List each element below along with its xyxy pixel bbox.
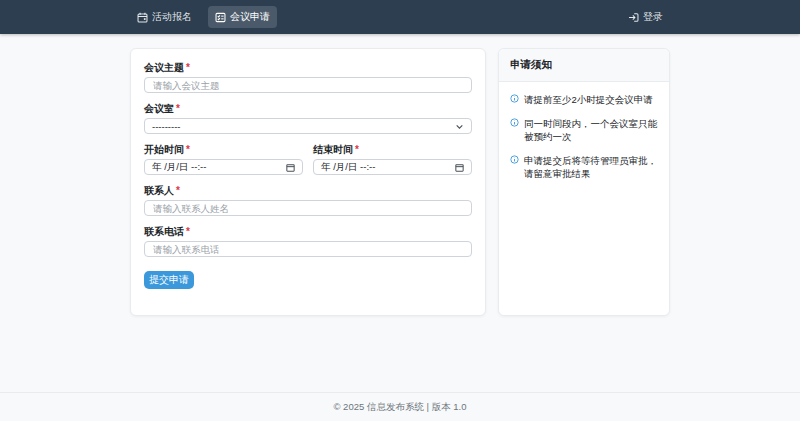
notice-item: 请提前至少2小时提交会议申请 (510, 93, 658, 106)
nav-item-label: 会议申请 (230, 10, 270, 24)
login-label: 登录 (643, 10, 663, 24)
info-circle-icon (510, 118, 519, 127)
login-arrow-icon (628, 12, 639, 23)
notice-item: 申请提交后将等待管理员审批，请留意审批结果 (510, 154, 658, 180)
end-time-label: 结束时间* (313, 144, 472, 156)
notice-item-text: 请提前至少2小时提交会议申请 (524, 93, 653, 106)
nav-left-group: 活动报名 会议申请 (130, 6, 277, 28)
required-asterisk: * (355, 144, 359, 155)
notice-title: 申请须知 (499, 49, 669, 82)
contact-phone-label: 联系电话* (144, 226, 472, 238)
application-notice-card: 申请须知 请提前至少2小时提交会议申请 (498, 48, 670, 316)
start-time-value: 年 /月/日 --:-- (152, 161, 206, 174)
page-footer: © 2025 信息发布系统 | 版本 1.0 (0, 392, 800, 421)
nav-item-meeting-request[interactable]: 会议申请 (208, 6, 277, 28)
required-asterisk: * (186, 62, 190, 73)
nav-item-label: 活动报名 (152, 10, 192, 24)
calendar-icon (455, 163, 464, 172)
contact-name-label: 联系人* (144, 185, 472, 197)
start-time-input[interactable]: 年 /月/日 --:-- (144, 159, 303, 175)
info-circle-icon (510, 155, 519, 164)
subject-input[interactable] (144, 77, 472, 93)
contact-name-input[interactable] (144, 200, 472, 216)
end-time-input[interactable]: 年 /月/日 --:-- (313, 159, 472, 175)
card-checklist-icon (215, 12, 226, 23)
notice-item-text: 同一时间段内，一个会议室只能被预约一次 (524, 117, 658, 143)
start-time-label: 开始时间* (144, 144, 303, 156)
nav-item-activity-signup[interactable]: 活动报名 (130, 6, 199, 28)
contact-phone-input[interactable] (144, 241, 472, 257)
login-link[interactable]: 登录 (621, 6, 670, 28)
top-navbar: 活动报名 会议申请 (0, 0, 800, 34)
room-label: 会议室* (144, 103, 472, 115)
required-asterisk: * (186, 144, 190, 155)
required-asterisk: * (176, 103, 180, 114)
calendar-event-icon (137, 12, 148, 23)
meeting-request-form-card: 会议主题* 会议室* --------- (130, 48, 486, 316)
subject-label: 会议主题* (144, 62, 472, 74)
info-circle-icon (510, 94, 519, 103)
notice-list: 请提前至少2小时提交会议申请 同一时间段内，一个会议室只能被预约一次 (499, 82, 669, 315)
notice-item-text: 申请提交后将等待管理员审批，请留意审批结果 (524, 154, 658, 180)
required-asterisk: * (176, 185, 180, 196)
footer-text: © 2025 信息发布系统 | 版本 1.0 (333, 401, 466, 414)
calendar-icon (286, 163, 295, 172)
end-time-value: 年 /月/日 --:-- (321, 161, 375, 174)
main-area: 会议主题* 会议室* --------- (0, 34, 800, 392)
notice-item: 同一时间段内，一个会议室只能被预约一次 (510, 117, 658, 143)
room-select[interactable]: --------- (144, 118, 472, 134)
submit-application-button[interactable]: 提交申请 (144, 271, 194, 289)
chevron-down-icon (455, 122, 464, 131)
required-asterisk: * (186, 226, 190, 237)
room-select-value: --------- (152, 121, 180, 132)
